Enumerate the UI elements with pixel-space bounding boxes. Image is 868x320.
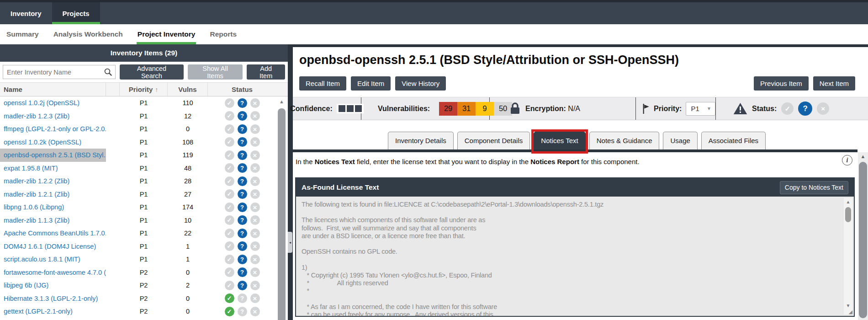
status-approved-icon[interactable]: ✓ <box>225 150 234 160</box>
status-approved-icon[interactable]: ✓ <box>225 176 234 186</box>
sub-nav-tab-analysis-workbench[interactable]: Analysis Workbench <box>53 24 124 44</box>
status-review-icon[interactable]: ? <box>238 215 247 225</box>
next-item-button[interactable]: Next Item <box>813 76 855 91</box>
status-approved-icon[interactable]: ✓ <box>225 281 234 290</box>
status-approved-icon[interactable]: ✓ <box>225 137 234 147</box>
vulnerability-count-box[interactable]: 31 <box>457 102 476 116</box>
status-review-icon[interactable]: ? <box>238 137 247 147</box>
item-name-link[interactable]: madler-zlib 1.2.1 (Zlib) <box>4 191 69 198</box>
status-review-icon[interactable]: ? <box>238 124 247 134</box>
item-name-link[interactable]: madler-zlib 1.2.2 (Zlib) <box>4 177 69 185</box>
status-review-icon[interactable]: ? <box>238 229 247 238</box>
tab-usage[interactable]: Usage <box>663 132 697 149</box>
tab-inventory-details[interactable]: Inventory Details <box>388 132 454 149</box>
column-header-vulns[interactable]: Vulns <box>168 83 208 96</box>
column-header-name[interactable]: Name <box>0 83 106 96</box>
resize-grip-icon[interactable]: ◢ <box>849 309 852 315</box>
sidebar-scrollbar-thumb[interactable] <box>278 108 286 320</box>
status-review-icon[interactable]: ? <box>238 281 247 290</box>
item-name-link[interactable]: Apache Commons BeanUtils 1.7.0... <box>4 229 106 237</box>
status-approve-button[interactable]: ✓ <box>781 102 794 115</box>
item-name-link[interactable]: madler-zlib 1.2.3 (Zlib) <box>4 112 69 120</box>
status-rejected-icon[interactable]: × <box>250 307 260 316</box>
status-approved-icon[interactable]: ✓ <box>225 111 234 121</box>
status-rejected-icon[interactable]: × <box>250 150 260 160</box>
status-review-button[interactable]: ? <box>798 101 812 116</box>
status-rejected-icon[interactable]: × <box>250 241 260 251</box>
status-approved-icon[interactable]: ✓ <box>225 229 234 238</box>
sub-nav-tab-summary[interactable]: Summary <box>5 24 40 44</box>
tab-notices-text[interactable]: Notices Text <box>534 132 585 149</box>
view-history-button[interactable]: View History <box>395 76 446 91</box>
status-approved-icon[interactable]: ✓ <box>225 203 234 212</box>
status-rejected-icon[interactable]: × <box>250 255 260 264</box>
textarea-scrollbar[interactable]: ▲ ▼ ◢ <box>844 198 852 315</box>
splitter-collapse-handle[interactable]: ◄ <box>288 232 292 253</box>
status-rejected-icon[interactable]: × <box>250 98 260 108</box>
vulnerability-count-box[interactable]: 29 <box>439 102 457 116</box>
status-rejected-icon[interactable]: × <box>250 176 260 186</box>
item-name-link[interactable]: openbsd-openssh 2.5.1 (BSD Styl... <box>4 151 106 159</box>
status-rejected-icon[interactable]: × <box>250 124 260 134</box>
sub-nav-tab-reports[interactable]: Reports <box>209 24 238 44</box>
edit-item-button[interactable]: Edit Item <box>351 76 391 91</box>
status-review-icon[interactable]: ? <box>238 98 247 108</box>
page-scrollbar-thumb[interactable] <box>859 162 867 318</box>
textarea-scrollbar-thumb[interactable] <box>845 207 851 222</box>
tab-associated-files[interactable]: Associated Files <box>701 132 766 149</box>
item-name-link[interactable]: gettext (LGPL-2.1-only) <box>4 308 73 315</box>
status-rejected-icon[interactable]: × <box>250 281 260 290</box>
status-reject-button[interactable]: × <box>817 102 829 115</box>
item-name-link[interactable]: script.aculo.us 1.8.1 (MIT) <box>4 256 80 263</box>
copy-to-notices-button[interactable]: Copy to Notices Text <box>780 181 848 194</box>
status-rejected-icon[interactable]: × <box>250 267 260 277</box>
status-approved-icon[interactable]: ✓ <box>225 163 234 173</box>
scroll-up-icon[interactable]: ▲ <box>277 97 286 106</box>
scroll-up-icon[interactable]: ▲ <box>858 152 868 160</box>
top-nav-tab-projects[interactable]: Projects <box>52 2 100 24</box>
advanced-search-button[interactable]: Advanced Search <box>120 64 184 80</box>
status-review-icon[interactable]: ? <box>238 293 247 303</box>
tab-component-details[interactable]: Component Details <box>457 132 530 149</box>
item-name-link[interactable]: expat 1.95.8 (MIT) <box>4 165 58 172</box>
status-approved-icon[interactable]: ✓ <box>225 189 234 199</box>
sidebar-scrollbar[interactable]: ▲ <box>277 97 286 320</box>
status-rejected-icon[interactable]: × <box>250 215 260 225</box>
status-rejected-icon[interactable]: × <box>250 293 260 303</box>
status-approved-icon[interactable]: ✓ <box>225 293 234 303</box>
status-rejected-icon[interactable]: × <box>250 163 260 173</box>
column-header-status[interactable]: Status <box>208 83 276 96</box>
item-name-link[interactable]: openssl 1.0.2j (OpenSSL) <box>4 99 79 107</box>
status-approved-icon[interactable]: ✓ <box>225 215 234 225</box>
status-rejected-icon[interactable]: × <box>250 229 260 238</box>
recall-item-button[interactable]: Recall Item <box>299 76 346 91</box>
item-name-link[interactable]: openssl 1.0.2k (OpenSSL) <box>4 139 81 146</box>
item-name-link[interactable]: madler-zlib 1.1.3 (Zlib) <box>4 217 69 224</box>
status-review-icon[interactable]: ? <box>238 267 247 277</box>
priority-select[interactable]: P1 ▼ <box>686 102 715 116</box>
item-name-link[interactable]: ffmpeg (LGPL-2.1-only or GPL-2.0... <box>4 125 106 133</box>
status-rejected-icon[interactable]: × <box>250 137 260 147</box>
status-rejected-icon[interactable]: × <box>250 203 260 212</box>
add-item-button[interactable]: Add Item <box>247 64 285 80</box>
license-text-area[interactable]: The following text is found in file:LICE… <box>296 197 854 316</box>
status-review-icon[interactable]: ? <box>238 150 247 160</box>
page-scrollbar[interactable]: ▲ <box>858 152 868 320</box>
item-name-link[interactable]: Hibernate 3.1.3 (LGPL-2.1-only) <box>4 295 98 302</box>
status-rejected-icon[interactable]: × <box>250 189 260 199</box>
scroll-down-icon[interactable]: ▼ <box>844 303 852 308</box>
item-name-link[interactable]: DOM4J 1.6.1 (DOM4J License) <box>4 243 96 250</box>
sub-nav-tab-project-inventory[interactable]: Project Inventory <box>137 24 196 44</box>
status-approved-icon[interactable]: ✓ <box>225 124 234 134</box>
status-approved-icon[interactable]: ✓ <box>225 255 234 264</box>
item-name-link[interactable]: fortawesome-font-awesome 4.7.0 (... <box>4 269 106 276</box>
sidebar-splitter[interactable]: ◄ <box>288 44 293 320</box>
info-icon[interactable]: i <box>842 155 852 165</box>
inventory-search-input[interactable] <box>3 65 116 79</box>
status-approved-icon[interactable]: ✓ <box>225 98 234 108</box>
top-nav-tab-inventory[interactable]: Inventory <box>0 2 52 24</box>
status-rejected-icon[interactable]: × <box>250 111 260 121</box>
show-all-items-button[interactable]: Show All Items <box>188 64 243 80</box>
status-approved-icon[interactable]: ✓ <box>225 307 234 316</box>
status-review-icon[interactable]: ? <box>238 111 247 121</box>
